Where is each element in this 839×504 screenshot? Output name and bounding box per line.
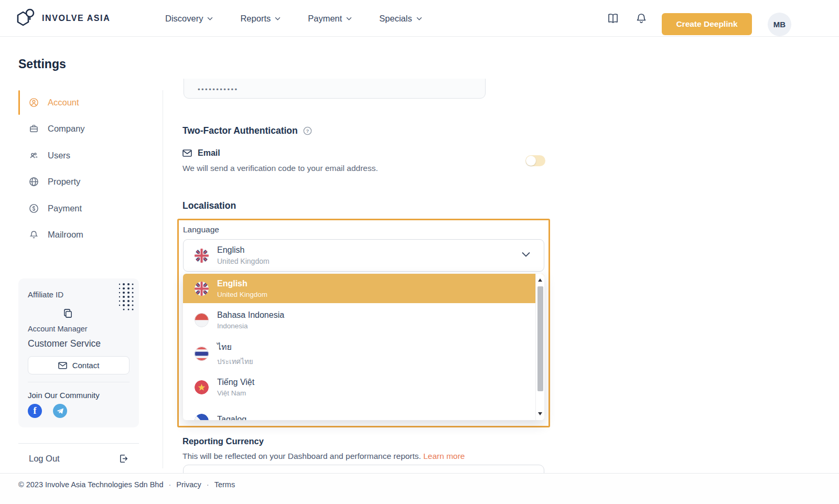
telegram-icon[interactable]	[53, 404, 67, 418]
sidebar-item-payment[interactable]: Payment	[18, 195, 144, 222]
users-icon	[29, 151, 39, 160]
two-factor-email-row: Email	[182, 148, 220, 158]
brand-logo[interactable]: INVOLVE ASIA	[16, 7, 110, 30]
nav-specials[interactable]: Specials	[379, 14, 422, 24]
settings-page: INVOLVE ASIA Discovery Reports Payment S…	[0, 0, 839, 504]
sidebar-item-account[interactable]: Account	[18, 89, 144, 116]
logout-button[interactable]: Log Out	[29, 450, 128, 467]
two-factor-section-title: Two-Factor Authentication ?	[182, 125, 312, 136]
logout-divider	[18, 443, 139, 444]
create-deeplink-button[interactable]: Create Deeplink	[662, 13, 752, 35]
email-2fa-toggle[interactable]	[525, 155, 545, 166]
brand-wordmark: INVOLVE ASIA	[42, 14, 110, 23]
dropdown-scrollbar[interactable]	[535, 274, 544, 420]
mailroom-bell-icon	[29, 230, 39, 240]
philippines-flag-icon	[195, 414, 209, 421]
account-icon	[29, 98, 39, 108]
chevron-down-icon	[207, 17, 213, 20]
nav-payment[interactable]: Payment	[308, 14, 352, 24]
briefcase-icon	[29, 124, 39, 134]
password-field-clip: •••••••••••	[184, 79, 486, 99]
involve-asia-logo-icon	[16, 7, 38, 30]
account-manager-label: Account Manager	[28, 325, 88, 333]
privacy-link[interactable]: Privacy	[176, 480, 201, 489]
affiliate-id-label: Affiliate ID	[28, 290, 130, 299]
currency-field-clip	[183, 465, 544, 473]
sidebar-item-company[interactable]: Company	[18, 116, 144, 143]
thailand-flag-icon	[195, 347, 209, 361]
toggle-knob	[526, 156, 536, 166]
dollar-circle-icon	[29, 203, 39, 213]
svg-text:?: ?	[306, 128, 309, 134]
vietnam-flag-icon	[195, 380, 209, 394]
user-avatar[interactable]: MB	[768, 13, 791, 36]
uk-flag-icon	[195, 282, 209, 296]
uk-flag-icon	[195, 249, 209, 263]
settings-sidebar: Account Company Users Property Payment M…	[18, 89, 144, 248]
language-option-tagalog[interactable]: Tagalog	[183, 404, 535, 420]
nav-reports[interactable]: Reports	[240, 14, 281, 24]
guide-book-icon[interactable]	[607, 12, 619, 25]
page-title: Settings	[18, 57, 66, 71]
chevron-down-icon	[416, 17, 422, 20]
copyright-text: © 2023 Involve Asia Technologies Sdn Bhd	[18, 480, 163, 489]
scroll-down-arrow[interactable]	[538, 412, 542, 415]
password-field[interactable]: •••••••••••	[184, 79, 486, 99]
language-select[interactable]: English United Kingdom	[183, 239, 544, 272]
logout-icon	[119, 454, 128, 464]
currency-select[interactable]	[183, 465, 544, 473]
account-manager-name: Customer Service	[28, 338, 101, 349]
selected-language: English United Kingdom	[217, 245, 270, 265]
top-navbar: INVOLVE ASIA Discovery Reports Payment S…	[0, 0, 839, 37]
card-divider	[28, 382, 130, 382]
sidebar-item-property[interactable]: Property	[18, 169, 144, 196]
sidebar-divider	[163, 90, 163, 468]
chevron-down-icon	[275, 17, 281, 20]
copy-icon[interactable]	[62, 308, 73, 319]
globe-icon	[29, 177, 39, 187]
decorative-dots	[118, 282, 136, 313]
reporting-currency-description: This will be reflected on your Dashboard…	[182, 452, 465, 461]
learn-more-link[interactable]: Learn more	[423, 452, 465, 460]
indonesia-flag-icon	[195, 313, 209, 327]
language-option-bahasa-indonesia[interactable]: Bahasa Indonesia Indonesia	[183, 303, 535, 337]
language-option-english[interactable]: English United Kingdom	[183, 274, 544, 303]
sidebar-item-mailroom[interactable]: Mailroom	[18, 222, 144, 249]
envelope-icon	[58, 362, 67, 369]
help-circle-icon[interactable]: ?	[303, 126, 312, 135]
nav-discovery[interactable]: Discovery	[165, 14, 213, 24]
reporting-currency-title: Reporting Currency	[182, 436, 264, 446]
two-factor-email-description: We will send a verification code to your…	[182, 164, 378, 173]
chevron-down-icon	[346, 17, 352, 20]
language-label: Language	[183, 225, 219, 234]
community-label: Join Our Community	[28, 391, 100, 400]
social-links: f	[28, 404, 67, 418]
contact-button[interactable]: Contact	[28, 356, 130, 374]
affiliate-card: Affiliate ID Account Manager Customer Se…	[18, 278, 139, 427]
email-icon	[182, 149, 192, 157]
terms-link[interactable]: Terms	[214, 480, 235, 489]
language-dropdown: English United Kingdom Bahasa Indonesia …	[183, 274, 544, 420]
notifications-bell-icon[interactable]	[635, 12, 648, 25]
scroll-up-arrow[interactable]	[538, 278, 542, 282]
footer: © 2023 Involve Asia Technologies Sdn Bhd…	[0, 473, 839, 504]
sidebar-item-users[interactable]: Users	[18, 142, 144, 169]
language-option-vietnamese[interactable]: Tiếng Việt Việt Nam	[183, 370, 535, 404]
localisation-section-title: Localisation	[182, 200, 236, 211]
facebook-icon[interactable]: f	[28, 404, 42, 418]
main-nav: Discovery Reports Payment Specials	[165, 0, 422, 37]
language-option-thai[interactable]: ไทย ประเทศไทย	[183, 337, 535, 370]
chevron-down-icon	[522, 252, 530, 257]
scrollbar-thumb[interactable]	[537, 286, 543, 391]
